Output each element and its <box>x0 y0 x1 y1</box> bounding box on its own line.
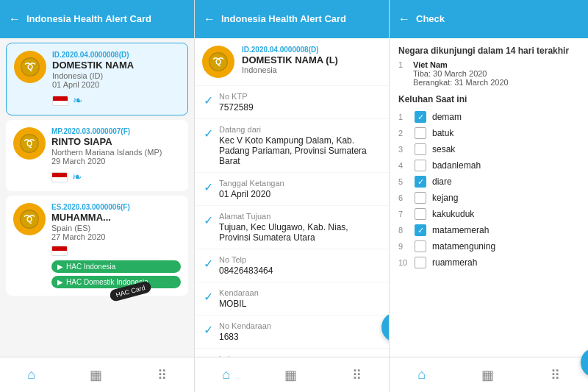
middle-panel: ← Indonesia Health Alert Card Q ID.2020.… <box>195 0 390 392</box>
middle-nav-card[interactable]: ▦ <box>284 367 297 383</box>
card-date-1: 01 April 2020 <box>52 80 180 89</box>
middle-nav-home[interactable]: ⌂ <box>222 367 230 382</box>
visited-section-title: Negara dikunjungi dalam 14 hari terakhir <box>398 46 579 56</box>
card-badge-1: Q <box>14 51 46 83</box>
right-nav-home[interactable]: ⌂ <box>417 367 426 382</box>
keluhan-label-1: batuk <box>432 128 453 138</box>
detail-badge-icon: Q <box>202 46 234 78</box>
hac-domestik-button[interactable]: ▶ HAC Domestik Indonesia <box>51 276 181 288</box>
keluhan-checkbox-3[interactable] <box>415 160 426 171</box>
keluhan-list: 1 ✓ demam 2 batuk 3 sesak 4 badanlemah 5… <box>398 109 579 271</box>
card-country-1: Indonesia (ID) <box>52 71 180 80</box>
visit-detail-0: Viet Nam Tiba: 30 March 2020 Berangkat: … <box>413 60 509 87</box>
keluhan-item-2: 3 sesak <box>398 141 579 157</box>
field-value-2: 01 April 2020 <box>219 189 284 199</box>
keluhan-checkbox-2[interactable] <box>415 143 426 155</box>
field-label-6: No Kendaraan <box>219 321 271 330</box>
detail-field-4: ✓ No Telp 08426483464 <box>195 249 389 282</box>
card-info-3: ES.2020.03.0000006(F) MUHAMMA... Spain (… <box>51 203 181 288</box>
card-date-3: 27 March 2020 <box>51 232 181 241</box>
card-id-1: ID.2020.04.0000008(D) <box>52 51 180 59</box>
share-icon-2: ❧ <box>72 170 82 184</box>
middle-nav-grid[interactable]: ⠿ <box>352 367 362 383</box>
keluhan-item-5: 6 kejang <box>398 190 579 206</box>
visit-item-0: 1 Viet Nam Tiba: 30 March 2020 Berangkat… <box>398 60 579 87</box>
keluhan-label-3: badanlemah <box>432 160 481 171</box>
left-nav-home[interactable]: ⌂ <box>27 367 35 382</box>
card-country-3: Spain (ES) <box>51 224 181 232</box>
left-card-list: Q ID.2020.04.0000008(D) DOMESTIK NAMA In… <box>0 38 194 357</box>
keluhan-label-9: ruammerah <box>432 257 477 268</box>
right-print-button[interactable]: 🖨 <box>581 348 588 357</box>
right-nav-grid[interactable]: ⠿ <box>551 367 560 383</box>
left-back-button[interactable]: ← <box>9 13 21 26</box>
detail-field-3: ✓ Alamat Tujuan Tujuan, Kec Ulugawo, Kab… <box>195 206 389 249</box>
detail-card-id: ID.2020.04.0000008(D) <box>242 46 338 54</box>
keluhan-num-5: 6 <box>398 193 409 202</box>
left-nav-grid[interactable]: ⠿ <box>157 367 167 383</box>
keluhan-checkbox-8[interactable] <box>415 240 426 252</box>
right-header: ← Check <box>390 0 588 38</box>
card-info-2: MP.2020.03.0000007(F) RINTO SIAPA Northe… <box>51 127 181 184</box>
keluhan-num-2: 3 <box>398 145 409 154</box>
keluhan-checkbox-5[interactable] <box>415 192 426 204</box>
card-item-3[interactable]: Q ES.2020.03.0000006(F) MUHAMMA... Spain… <box>6 196 188 296</box>
left-header-title: Indonesia Health Alert Card <box>26 13 151 26</box>
keluhan-num-9: 10 <box>398 258 409 267</box>
keluhan-checkbox-4[interactable]: ✓ <box>415 176 426 188</box>
card-item-2[interactable]: Q MP.2020.03.0000007(F) RINTO SIAPA Nort… <box>6 120 188 191</box>
keluhan-checkbox-9[interactable] <box>415 257 426 268</box>
keluhan-checkbox-0[interactable]: ✓ <box>415 111 426 123</box>
right-nav-card[interactable]: ▦ <box>481 367 494 383</box>
field-label-1: Datang dari <box>219 125 380 134</box>
keluhan-item-8: 9 matamenguning <box>398 238 579 254</box>
middle-back-button[interactable]: ← <box>204 13 215 26</box>
flag-indonesia-2 <box>51 172 68 182</box>
keluhan-num-1: 2 <box>398 129 409 138</box>
keluhan-checkbox-6[interactable] <box>415 208 426 220</box>
card-info-1: ID.2020.04.0000008(D) DOMESTIK NAMA Indo… <box>52 51 180 107</box>
right-header-title: Check <box>416 13 445 26</box>
left-nav-card[interactable]: ▦ <box>90 367 102 383</box>
field-content-7: Lainnya <box>219 354 248 357</box>
right-back-button[interactable]: ← <box>398 13 410 26</box>
field-value-6: 1683 <box>219 332 271 342</box>
detail-card-name: DOMESTIK NAMA (L) <box>242 54 338 65</box>
field-content-3: Alamat Tujuan Tujuan, Kec Ulugawo, Kab. … <box>219 212 380 243</box>
card-id-2: MP.2020.03.0000007(F) <box>51 127 181 135</box>
field-value-4: 08426483464 <box>219 266 273 276</box>
detail-card-info: ID.2020.04.0000008(D) DOMESTIK NAMA (L) … <box>242 46 338 74</box>
check-icon-5: ✓ <box>204 290 213 304</box>
field-label-3: Alamat Tujuan <box>219 212 380 221</box>
keluhan-item-9: 10 ruammerah <box>398 254 579 271</box>
right-panel: ← Check Negara dikunjungi dalam 14 hari … <box>390 0 588 392</box>
right-content-area: Negara dikunjungi dalam 14 hari terakhir… <box>390 38 588 357</box>
check-icon-6: ✓ <box>204 323 213 337</box>
card-badge-3: Q <box>13 203 46 235</box>
visit-list: 1 Viet Nam Tiba: 30 March 2020 Berangkat… <box>398 60 579 87</box>
field-value-0: 7572589 <box>219 102 254 113</box>
keluhan-label-0: demam <box>432 112 462 122</box>
field-content-0: No KTP 7572589 <box>219 92 254 113</box>
card-flags-1: ❧ <box>52 93 180 107</box>
detail-field-6: ✓ No Kendaraan 1683 <box>195 316 389 348</box>
detail-field-5: ✓ Kendaraan MOBIL <box>195 282 389 315</box>
left-panel: ← Indonesia Health Alert Card Q ID.2020.… <box>0 0 195 392</box>
keluhan-checkbox-7[interactable]: ✓ <box>415 224 426 236</box>
card-country-2: Northern Mariana Islands (MP) <box>51 148 181 157</box>
hac-domestik-arrow: ▶ <box>57 278 63 286</box>
keluhan-checkbox-1[interactable] <box>415 127 426 139</box>
card-name-2: RINTO SIAPA <box>51 136 181 147</box>
keluhan-item-1: 2 batuk <box>398 125 579 141</box>
keluhan-item-4: 5 ✓ diare <box>398 174 579 190</box>
field-value-3: Tujuan, Kec Ulugawo, Kab. Nias, Provinsi… <box>219 222 380 243</box>
field-value-5: MOBIL <box>219 299 259 309</box>
detail-card-header: Q ID.2020.04.0000008(D) DOMESTIK NAMA (L… <box>195 38 389 85</box>
check-icon-1: ✓ <box>204 126 213 140</box>
field-label-2: Tanggal Ketangan <box>219 179 284 188</box>
field-label-5: Kendaraan <box>219 288 259 297</box>
field-content-4: No Telp 08426483464 <box>219 255 273 276</box>
hac-indonesia-button[interactable]: ▶ HAC Indonesia <box>51 260 181 273</box>
card-item-1[interactable]: Q ID.2020.04.0000008(D) DOMESTIK NAMA In… <box>6 43 188 115</box>
share-icon-1: ❧ <box>73 93 82 107</box>
